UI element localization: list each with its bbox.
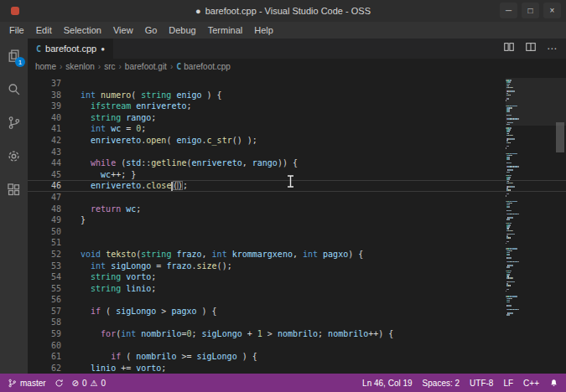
code-area: 3738int numero( string enigo ) {39 ifstr… <box>28 78 566 374</box>
line-number[interactable]: 59 <box>28 328 61 340</box>
line-number[interactable]: 57 <box>28 306 61 317</box>
line-number[interactable]: 62 <box>28 363 61 374</box>
menu-item-file[interactable]: File <box>3 22 30 39</box>
code-line[interactable]: 48 return wc; <box>28 204 566 215</box>
line-number[interactable]: 54 <box>28 271 61 283</box>
vscode-window: ● barefoot.cpp - Visual Studio Code - OS… <box>0 0 566 392</box>
menu-item-view[interactable]: View <box>107 22 139 39</box>
sync-button[interactable] <box>55 379 64 388</box>
indentation-indicator[interactable]: Spaces: 2 <box>423 379 460 388</box>
breadcrumb-item[interactable]: home <box>35 62 56 71</box>
activity-bar-item-explorer[interactable]: 1 <box>0 39 28 72</box>
line-number[interactable]: 39 <box>28 101 61 112</box>
line-number[interactable]: 41 <box>28 123 61 135</box>
minimize-button[interactable]: ─ <box>500 3 517 18</box>
code-line[interactable]: 62 linio += vorto; <box>28 363 566 374</box>
line-number[interactable]: 58 <box>28 317 61 328</box>
menu-item-edit[interactable]: Edit <box>30 22 58 39</box>
split-editor-icon[interactable] <box>503 41 515 56</box>
code-line[interactable]: 57 if ( sigLongo > pagxo ) { <box>28 306 566 317</box>
code-line[interactable]: 37 <box>28 78 566 90</box>
cpp-file-icon: C <box>176 62 181 71</box>
activity-bar-item-settings[interactable] <box>0 139 28 173</box>
scrollbar-thumb[interactable] <box>556 122 564 152</box>
line-number[interactable]: 45 <box>28 169 61 181</box>
menu-item-go[interactable]: Go <box>139 22 164 39</box>
code-line[interactable]: 56 <box>28 294 566 306</box>
more-actions-icon[interactable]: ⋯ <box>547 43 558 54</box>
sync-icon <box>55 379 64 388</box>
code-line[interactable]: 39 ifstream enrivereto; <box>28 101 566 112</box>
menu-item-terminal[interactable]: Terminal <box>202 22 249 39</box>
menu-item-debug[interactable]: Debug <box>163 22 201 39</box>
status-bar: master ⊘ 0 ⚠ 0 Ln 46, Col 19 Spaces: 2 U… <box>0 374 566 392</box>
line-number[interactable]: 61 <box>28 351 61 363</box>
title-bar: ● barefoot.cpp - Visual Studio Code - OS… <box>0 0 566 22</box>
breadcrumb-item[interactable]: barefoot.git <box>125 62 167 71</box>
code-line[interactable]: 54 string vorto; <box>28 271 566 283</box>
activity-bar-item-search[interactable] <box>0 72 28 106</box>
line-number[interactable]: 60 <box>28 340 61 352</box>
breadcrumb-item[interactable]: Cbarefoot.cpp <box>176 62 231 71</box>
code-line[interactable]: 41 int wc = 0; <box>28 123 566 135</box>
code-line[interactable]: 38int numero( string enigo ) { <box>28 90 566 101</box>
line-number[interactable]: 38 <box>28 90 61 101</box>
code-line[interactable]: 45 wc++; } <box>28 169 566 181</box>
code-line[interactable]: 51 <box>28 237 566 249</box>
tab-barefoot-cpp[interactable]: C barefoot.cpp ● <box>28 39 113 59</box>
code-line[interactable]: 40 string rango; <box>28 112 566 124</box>
branch-icon <box>8 379 17 388</box>
line-number[interactable]: 42 <box>28 135 61 147</box>
code-line[interactable]: 53 int sigLongo = frazo.size(); <box>28 260 566 272</box>
vertical-scrollbar[interactable] <box>554 75 566 374</box>
line-number[interactable]: 55 <box>28 283 61 295</box>
line-number[interactable]: 49 <box>28 214 61 226</box>
line-number[interactable]: 51 <box>28 237 61 249</box>
language-indicator[interactable]: C++ <box>523 379 539 388</box>
line-number[interactable]: 56 <box>28 294 61 306</box>
code-line[interactable]: 60 <box>28 340 566 352</box>
close-button[interactable]: × <box>543 3 561 18</box>
layout-icon[interactable] <box>525 41 537 56</box>
cursor-position[interactable]: Ln 46, Col 19 <box>362 379 413 388</box>
code-line[interactable]: 59 for(int nombrilo=0; sigLongo + 1 > no… <box>28 328 566 340</box>
line-number[interactable]: 53 <box>28 260 61 272</box>
problems-indicator[interactable]: ⊘ 0 ⚠ 0 <box>72 379 106 388</box>
warning-icon: ⚠ <box>91 379 98 388</box>
code-line[interactable]: 47 <box>28 192 566 204</box>
breadcrumb-separator: › <box>170 62 173 71</box>
line-number[interactable]: 46 <box>28 180 61 192</box>
code-line[interactable]: 55 string linio; <box>28 283 566 295</box>
code-line[interactable]: 58 <box>28 317 566 328</box>
maximize-button[interactable]: □ <box>522 3 539 18</box>
activity-bar-item-extensions[interactable] <box>0 173 28 206</box>
code-line[interactable]: 52void teksto(string frazo, int krommarg… <box>28 249 566 260</box>
minimap[interactable] <box>506 78 554 374</box>
line-number[interactable]: 37 <box>28 78 61 90</box>
eol-indicator[interactable]: LF <box>503 379 513 388</box>
line-number[interactable]: 43 <box>28 147 61 158</box>
line-number[interactable]: 50 <box>28 226 61 238</box>
git-branch-indicator[interactable]: master <box>8 379 46 388</box>
line-number[interactable]: 47 <box>28 192 61 204</box>
line-number[interactable]: 52 <box>28 249 61 260</box>
notifications-bell[interactable] <box>549 379 558 388</box>
code-line[interactable]: 50 <box>28 226 566 238</box>
breadcrumb-item[interactable]: src <box>104 62 115 71</box>
activity-bar-item-source-control[interactable] <box>0 106 28 139</box>
explorer-badge: 1 <box>15 57 25 67</box>
line-number[interactable]: 44 <box>28 157 61 169</box>
line-number[interactable]: 48 <box>28 204 61 215</box>
menu-item-selection[interactable]: Selection <box>58 22 107 39</box>
code-line[interactable]: 49} <box>28 214 566 226</box>
code-line[interactable]: 46 enrivereto.close(); <box>28 180 566 192</box>
code-line[interactable]: 44 while (std::getline(enrivereto, rango… <box>28 157 566 169</box>
code-line[interactable]: 42 enrivereto.open( enigo.c_str() ); <box>28 135 566 147</box>
line-number[interactable]: 40 <box>28 112 61 124</box>
menu-item-help[interactable]: Help <box>248 22 279 39</box>
encoding-indicator[interactable]: UTF-8 <box>470 379 493 388</box>
code-line[interactable]: 43 <box>28 147 566 158</box>
breadcrumb-item[interactable]: skenlon <box>65 62 94 71</box>
code-line[interactable]: 61 if ( nombrilo >= sigLongo ) { <box>28 351 566 363</box>
extensions-icon <box>7 183 21 197</box>
